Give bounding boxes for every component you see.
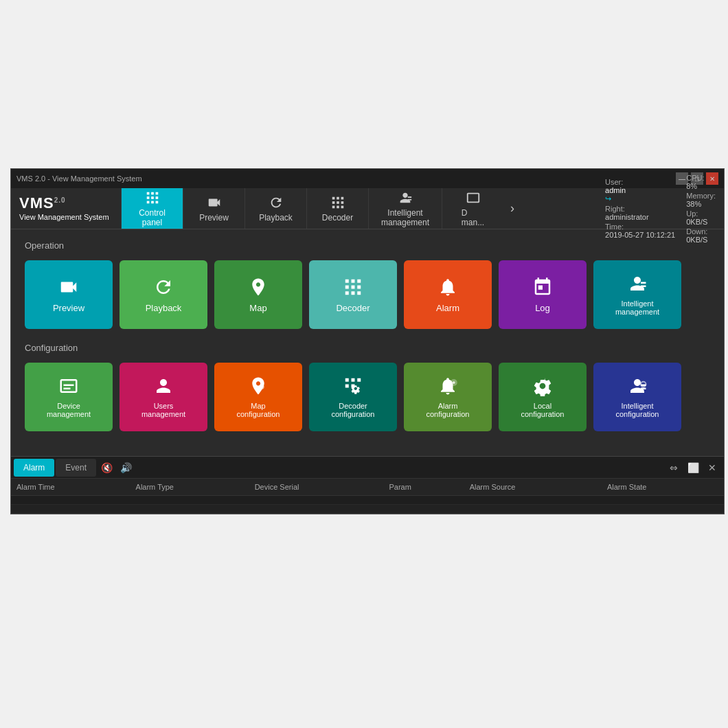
preview-icon <box>58 277 79 297</box>
playback-icon <box>153 277 174 297</box>
tile-users-mgmt[interactable]: Usersmanagement <box>120 363 207 431</box>
svg-rect-5 <box>155 196 158 199</box>
svg-rect-28 <box>357 291 361 295</box>
expand-icon[interactable]: ⬜ <box>684 459 702 477</box>
svg-rect-20 <box>345 279 349 282</box>
tile-local-config[interactable]: Localconfiguration <box>499 363 587 431</box>
svg-rect-25 <box>357 285 361 288</box>
tile-intelligent-config-label: Intelligentconfiguration <box>616 402 659 418</box>
users-mgmt-icon <box>153 376 174 396</box>
tile-playback[interactable]: Playback <box>120 260 207 329</box>
tile-users-mgmt-label: Usersmanagement <box>141 402 185 418</box>
alarm-config-icon <box>437 376 458 396</box>
alarm-tab[interactable]: Alarm <box>14 459 54 477</box>
tile-map-config[interactable]: Mapconfiguration <box>214 363 302 431</box>
device-mgmt-icon <box>58 376 79 396</box>
device-icon <box>466 190 481 205</box>
system-info: User: admin ↪ Right: administrator Time:… <box>597 188 724 229</box>
nav-more[interactable]: › <box>503 188 521 229</box>
bottom-panel: Alarm Event 🔇 🔊 ⇔ ⬜ ✕ Alarm Time Alarm T… <box>11 456 724 514</box>
tile-intelligent-mgmt[interactable]: Intelligentmanagement <box>593 260 681 329</box>
svg-rect-0 <box>146 192 149 194</box>
close-panel-icon[interactable]: ✕ <box>703 459 721 477</box>
nav-intelligent[interactable]: Intelligentmanagement <box>368 188 442 229</box>
cell-time-2 <box>11 505 130 514</box>
main-content: Operation Preview Playback <box>11 229 724 456</box>
svg-rect-23 <box>345 285 349 288</box>
svg-rect-1 <box>151 192 154 194</box>
cell-source-1 <box>464 496 602 505</box>
tile-log[interactable]: Log <box>499 260 587 329</box>
svg-rect-24 <box>352 285 355 288</box>
intelligent-icon <box>398 190 413 205</box>
move-icon[interactable]: ⇔ <box>665 459 683 477</box>
tile-alarm[interactable]: Alarm <box>404 260 492 329</box>
alarm-icon <box>437 277 458 297</box>
svg-rect-9 <box>332 196 334 199</box>
tile-preview[interactable]: Preview <box>25 260 113 329</box>
cell-param-1 <box>383 496 464 505</box>
svg-rect-26 <box>345 291 349 295</box>
event-tab[interactable]: Event <box>56 459 96 477</box>
nav-intelligent-label: Intelligentmanagement <box>381 208 429 227</box>
configuration-tiles: Devicemanagement Usersmanagement Mapconf… <box>25 363 710 431</box>
nav-preview[interactable]: Preview <box>183 188 244 229</box>
svg-rect-14 <box>341 201 343 204</box>
nav-playback[interactable]: Playback <box>244 188 306 229</box>
svg-rect-17 <box>341 205 343 208</box>
tile-decoder-label: Decoder <box>336 303 369 313</box>
nav-control-panel-label: Controlpanel <box>139 208 166 227</box>
title-bar-left: VMS 2.0 - View Management System <box>16 174 142 183</box>
cell-source-2 <box>464 505 602 514</box>
nav-decoder[interactable]: Decoder <box>306 188 368 229</box>
tab-right-controls: ⇔ ⬜ ✕ <box>665 459 721 477</box>
decoder-config-icon <box>343 376 363 396</box>
cell-time-1 <box>11 496 130 505</box>
tile-alarm-config[interactable]: Alarmconfiguration <box>404 363 492 431</box>
tile-log-label: Log <box>535 303 550 313</box>
tile-alarm-label: Alarm <box>436 303 459 313</box>
decoder-grid-icon <box>343 277 363 297</box>
svg-rect-8 <box>155 201 158 203</box>
tile-device-mgmt-label: Devicemanagement <box>47 402 91 418</box>
col-alarm-state: Alarm State <box>602 479 724 496</box>
map-icon <box>248 277 269 297</box>
tile-decoder[interactable]: Decoder <box>309 260 397 329</box>
tile-map[interactable]: Map <box>214 260 302 329</box>
sound-off-icon[interactable]: 🔇 <box>98 459 115 477</box>
tile-device-mgmt[interactable]: Devicemanagement <box>25 363 113 431</box>
nav-playback-label: Playback <box>259 213 293 223</box>
svg-rect-27 <box>352 291 355 295</box>
alarm-table: Alarm Time Alarm Type Device Serial Para… <box>11 479 724 514</box>
cell-serial-1 <box>249 496 384 505</box>
tile-map-config-label: Mapconfiguration <box>237 402 280 418</box>
col-device-serial: Device Serial <box>249 479 384 496</box>
cell-state-1 <box>602 496 724 505</box>
nav-device-mgmt[interactable]: Dman... <box>442 188 503 229</box>
tile-local-config-label: Localconfiguration <box>521 402 565 418</box>
svg-rect-38 <box>641 388 646 390</box>
svg-rect-33 <box>357 378 361 382</box>
svg-rect-22 <box>357 279 361 282</box>
nav-preview-label: Preview <box>199 213 229 223</box>
logo-vms: VMS2.0 <box>19 194 109 212</box>
sound-on-icon[interactable]: 🔊 <box>117 459 135 477</box>
table-row <box>11 505 724 514</box>
decoder-icon <box>330 195 345 210</box>
tile-decoder-config[interactable]: Decoderconfiguration <box>309 363 397 431</box>
svg-rect-10 <box>337 196 339 199</box>
bottom-tabs: Alarm Event 🔇 🔊 ⇔ ⬜ ✕ <box>11 457 724 479</box>
svg-rect-6 <box>146 201 149 203</box>
svg-rect-3 <box>146 196 149 199</box>
svg-rect-16 <box>337 205 339 208</box>
cell-type-1 <box>130 496 249 505</box>
tile-playback-label: Playback <box>146 303 182 313</box>
configuration-section-title: Configuration <box>25 343 710 353</box>
svg-rect-13 <box>337 201 339 204</box>
tile-map-label: Map <box>249 303 266 313</box>
app-window: VMS 2.0 - View Management System — □ ✕ V… <box>10 168 725 514</box>
tile-alarm-config-label: Alarmconfiguration <box>426 402 470 418</box>
col-alarm-source: Alarm Source <box>464 479 602 496</box>
tile-intelligent-config[interactable]: Intelligentconfiguration <box>593 363 681 431</box>
nav-control-panel[interactable]: Controlpanel <box>121 188 183 229</box>
